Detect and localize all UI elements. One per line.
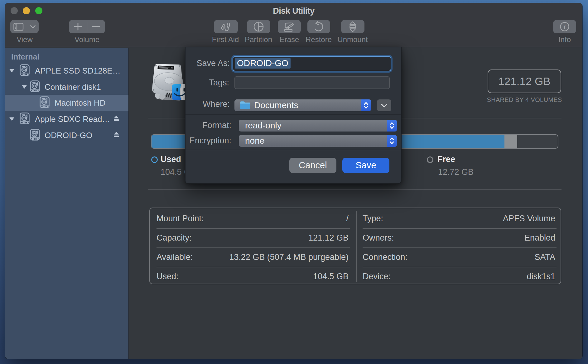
svg-text:i: i [564, 24, 566, 31]
